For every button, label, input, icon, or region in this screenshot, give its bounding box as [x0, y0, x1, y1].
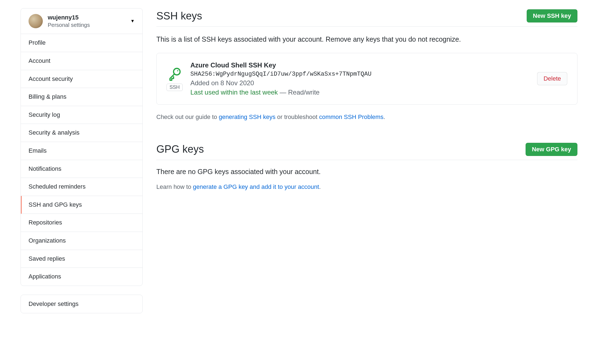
ssh-badge: SSH	[167, 84, 183, 91]
sidebar-item-billing[interactable]: Billing & plans	[21, 88, 142, 106]
new-ssh-key-button[interactable]: New SSH key	[527, 9, 577, 22]
user-subtitle: Personal settings	[48, 22, 125, 28]
gpg-keys-title: GPG keys	[156, 143, 204, 155]
sidebar-user-switcher[interactable]: wujenny15 Personal settings ▼	[21, 8, 142, 34]
sidebar-item-scheduled-reminders[interactable]: Scheduled reminders	[21, 178, 142, 196]
ssh-key-item: SSH Azure Cloud Shell SSH Key SHA256:WgP…	[156, 53, 577, 105]
avatar	[29, 14, 43, 28]
sidebar-item-security-log[interactable]: Security log	[21, 106, 142, 124]
gpg-empty-text: There are no GPG keys associated with yo…	[156, 168, 577, 176]
ssh-key-last-used: Last used within the last week	[190, 89, 278, 96]
ssh-key-perm-sep: —	[278, 89, 288, 96]
gpg-learn-end: .	[319, 183, 321, 190]
sidebar-item-account-security[interactable]: Account security	[21, 70, 142, 88]
sidebar-item-account[interactable]: Account	[21, 52, 142, 70]
ssh-key-added: Added on 8 Nov 2020	[190, 79, 529, 87]
ssh-guide-end: .	[383, 113, 385, 120]
svg-point-1	[177, 70, 178, 71]
ssh-description: This is a list of SSH keys associated wi…	[156, 34, 577, 45]
sidebar-item-profile[interactable]: Profile	[21, 34, 142, 52]
sidebar-item-applications[interactable]: Applications	[21, 268, 142, 286]
ssh-key-permission: Read/write	[288, 89, 320, 96]
ssh-guide-mid: or troubleshoot	[275, 113, 319, 120]
new-gpg-key-button[interactable]: New GPG key	[526, 143, 577, 156]
ssh-key-fingerprint: SHA256:WgPydrNgugSQqI/iD7uw/3ppf/wSKaSxs…	[190, 71, 529, 78]
ssh-guide-text: Check out our guide to generating SSH ke…	[156, 112, 577, 121]
generate-gpg-key-link[interactable]: generate a GPG key and add it to your ac…	[193, 183, 319, 190]
settings-sidebar: wujenny15 Personal settings ▼ Profile Ac…	[21, 8, 143, 356]
sidebar-item-notifications[interactable]: Notifications	[21, 160, 142, 178]
sidebar-item-ssh-gpg-keys[interactable]: SSH and GPG keys	[21, 196, 142, 214]
sidebar-item-repositories[interactable]: Repositories	[21, 214, 142, 232]
sidebar-item-saved-replies[interactable]: Saved replies	[21, 250, 142, 268]
ssh-key-name: Azure Cloud Shell SSH Key	[190, 61, 529, 69]
common-ssh-problems-link[interactable]: common SSH Problems	[319, 113, 383, 120]
delete-ssh-key-button[interactable]: Delete	[537, 72, 567, 85]
chevron-down-icon: ▼	[130, 19, 135, 24]
gpg-learn-text: Learn how to generate a GPG key and add …	[156, 183, 577, 190]
gpg-learn-pre: Learn how to	[156, 183, 193, 190]
sidebar-item-organizations[interactable]: Organizations	[21, 232, 142, 250]
ssh-keys-title: SSH keys	[156, 10, 202, 22]
sidebar-item-developer-settings[interactable]: Developer settings	[21, 295, 143, 313]
username: wujenny15	[48, 14, 125, 21]
generating-ssh-keys-link[interactable]: generating SSH keys	[219, 113, 275, 120]
ssh-guide-pre: Check out our guide to	[156, 113, 219, 120]
key-icon	[168, 67, 182, 81]
main-content: SSH keys New SSH key This is a list of S…	[156, 8, 577, 356]
sidebar-item-emails[interactable]: Emails	[21, 142, 142, 160]
sidebar-item-security-analysis[interactable]: Security & analysis	[21, 124, 142, 142]
